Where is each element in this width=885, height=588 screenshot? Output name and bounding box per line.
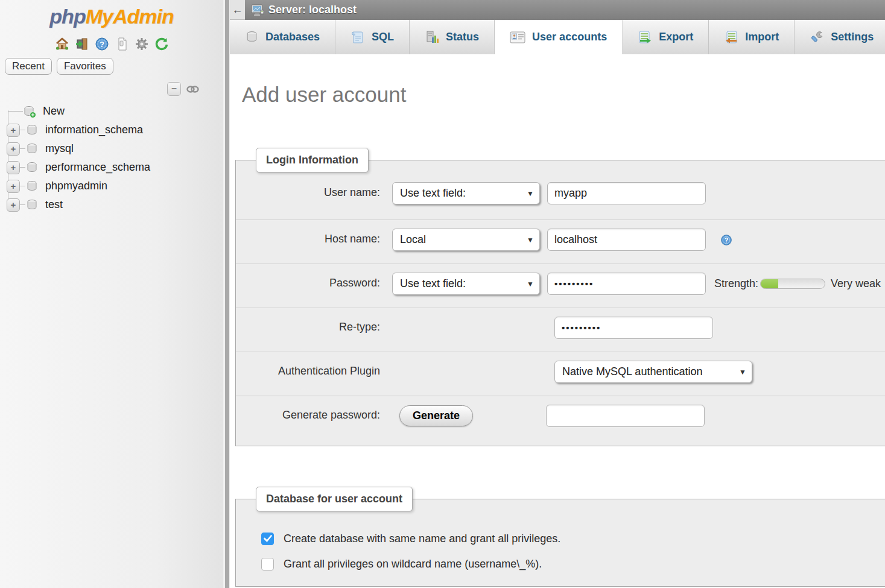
expand-icon[interactable]: + (7, 198, 20, 212)
hostname-type-select[interactable]: Local▼ (392, 229, 540, 251)
chevron-down-icon: ▼ (527, 189, 534, 198)
tab-label: Settings (831, 31, 874, 43)
tree-item-test[interactable]: + test (5, 195, 223, 214)
tree-connector (20, 167, 25, 168)
strength-label: Strength: (714, 277, 758, 290)
wrench-icon (810, 30, 824, 45)
hostname-label: Host name: (236, 229, 380, 245)
tree-item-label[interactable]: performance_schema (45, 161, 150, 174)
server-title: Server: localhost (245, 0, 885, 20)
tab-label: Databases (265, 31, 320, 43)
tab-user-accounts[interactable]: User accounts (495, 20, 623, 54)
tree-connector (20, 148, 25, 149)
tab-label: Export (659, 31, 693, 43)
checkbox-label[interactable]: Create database with same name and grant… (284, 533, 560, 545)
expand-icon[interactable]: + (7, 180, 20, 193)
database-icon (25, 198, 39, 212)
help-icon[interactable]: ? (95, 37, 109, 51)
selected-option: Local (400, 233, 426, 246)
new-database-icon (23, 105, 36, 118)
server-label[interactable]: Server: localhost (268, 4, 357, 16)
sidebar-filter-buttons: Recent Favorites (0, 52, 223, 75)
selected-option: Use text field: (400, 277, 466, 290)
tree-item-mysql[interactable]: + mysql (5, 139, 223, 158)
tree-item-information-schema[interactable]: + information_schema (5, 121, 223, 139)
password-label: Password: (236, 273, 380, 289)
password-input[interactable] (547, 273, 706, 295)
tab-import[interactable]: Import (709, 20, 795, 54)
hostname-input[interactable] (547, 229, 706, 251)
tree-item-label[interactable]: phpmyadmin (45, 180, 107, 192)
password-type-select[interactable]: Use text field:▼ (392, 273, 540, 295)
expand-icon[interactable]: + (7, 124, 20, 137)
expand-icon[interactable]: + (7, 142, 20, 156)
tree-item-new[interactable]: New (5, 102, 223, 121)
retype-label: Re-type: (236, 317, 380, 334)
username-type-select[interactable]: Use text field:▼ (392, 182, 540, 204)
collapse-all-icon[interactable]: − (167, 82, 181, 96)
tree-item-label[interactable]: information_schema (45, 124, 143, 136)
generate-password-label: Generate password: (236, 405, 380, 422)
tree-controls: − (0, 75, 223, 96)
tree-item-performance-schema[interactable]: + performance_schema (5, 158, 223, 177)
tree-connector (8, 111, 23, 112)
tab-databases[interactable]: Databases (230, 20, 335, 54)
db-checkbox-1[interactable] (261, 558, 274, 571)
chevron-down-icon: ▼ (527, 280, 534, 288)
create-db-option[interactable]: Create database with same name and grant… (261, 526, 885, 551)
auth-plugin-select[interactable]: Native MySQL authentication▼ (554, 361, 752, 383)
settings-gear-icon[interactable] (135, 37, 149, 51)
docs-icon[interactable] (115, 37, 129, 51)
navigation-sidebar: phpMyAdmin ? Recent Favorites (0, 0, 223, 588)
phpmyadmin-logo[interactable]: phpMyAdmin (0, 0, 223, 28)
databases-icon (245, 30, 259, 44)
tree-item-label[interactable]: test (45, 198, 63, 211)
database-icon (25, 142, 39, 156)
hostname-row: Host name: Local▼ ? (236, 220, 885, 264)
tab-settings[interactable]: Settings (795, 20, 885, 54)
sql-icon (351, 30, 365, 45)
export-icon (638, 30, 652, 45)
login-information-legend: Login Information (256, 148, 369, 172)
generate-password-row: Generate password: Generate (236, 396, 885, 440)
selected-option: Use text field: (400, 187, 466, 200)
favorites-button[interactable]: Favorites (57, 58, 113, 75)
tab-export[interactable]: Export (623, 20, 709, 54)
database-icon (25, 161, 39, 174)
password-controls: Use text field:▼ Strength: Very weak (392, 273, 881, 295)
username-input[interactable] (547, 182, 706, 204)
resize-bar[interactable] (225, 0, 229, 588)
db-checkbox-0[interactable] (261, 533, 274, 545)
username-label: User name: (236, 182, 380, 199)
tree-item-label[interactable]: New (43, 105, 65, 118)
tab-sql[interactable]: SQL (335, 20, 410, 54)
tree-item-label[interactable]: mysql (45, 142, 74, 155)
sidebar-resize-handle[interactable] (223, 0, 230, 588)
tree-connector (20, 186, 25, 186)
checkbox-label[interactable]: Grant all privileges on wildcard name (u… (284, 558, 542, 571)
tab-label: Status (446, 31, 479, 43)
tree-connector (20, 204, 25, 205)
grant-wildcard-option[interactable]: Grant all privileges on wildcard name (u… (261, 551, 885, 577)
recent-button[interactable]: Recent (5, 58, 52, 75)
status-icon (425, 30, 439, 45)
generated-password-input[interactable] (546, 405, 705, 427)
username-controls: Use text field:▼ (392, 182, 706, 204)
logout-icon[interactable] (75, 37, 89, 51)
home-icon[interactable] (55, 37, 69, 51)
database-for-user-legend: Database for user account (256, 487, 413, 511)
tab-status[interactable]: Status (410, 20, 495, 54)
retype-password-input[interactable] (554, 317, 713, 339)
main-tab-bar: Databases SQL Status User accounts Expor… (230, 20, 885, 54)
database-tree: New + information_schema + mysql + (0, 102, 223, 214)
tree-item-phpmyadmin[interactable]: + phpmyadmin (5, 177, 223, 195)
phpmyadmin-app: phpMyAdmin ? Recent Favorites (0, 0, 885, 588)
hostname-help-icon[interactable]: ? (720, 234, 732, 246)
password-strength: Strength: Very weak (714, 277, 881, 290)
link-panel-icon[interactable] (186, 85, 199, 93)
refresh-icon[interactable] (154, 37, 169, 51)
tab-label: SQL (372, 31, 394, 43)
expand-icon[interactable]: + (7, 161, 20, 174)
back-arrow-button[interactable]: ← (230, 0, 245, 20)
generate-button[interactable]: Generate (399, 405, 473, 426)
